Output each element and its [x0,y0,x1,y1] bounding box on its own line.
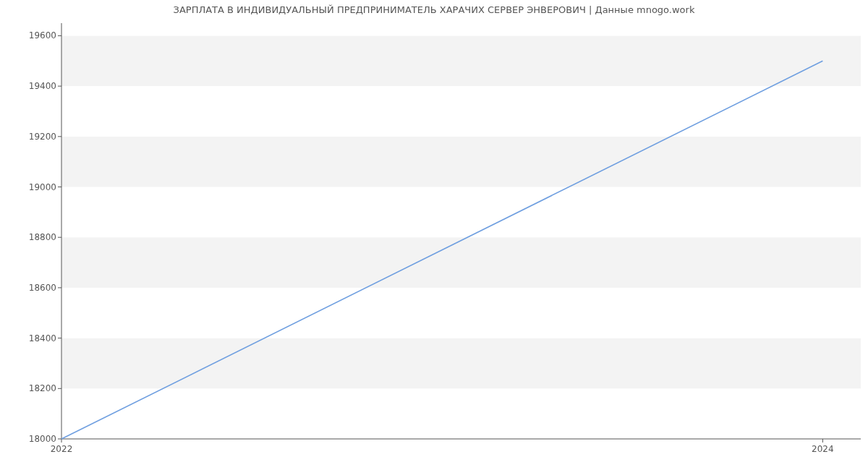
svg-rect-7 [61,35,861,86]
x-tick-label: 2022 [51,444,73,454]
svg-rect-6 [61,86,861,137]
y-tick-marks [58,35,61,439]
svg-rect-3 [61,237,861,288]
y-tick-label: 19000 [6,182,56,192]
svg-rect-4 [61,187,861,238]
svg-rect-1 [61,338,861,389]
plot-area [61,23,861,439]
y-tick-label: 18800 [6,232,56,242]
y-tick-label: 18200 [6,383,56,393]
y-tick-label: 18400 [6,333,56,343]
svg-rect-8 [61,23,861,35]
grid-bands [61,23,861,439]
y-tick-label: 19200 [6,132,56,142]
chart-container: ЗАРПЛАТА В ИНДИВИДУАЛЬНЫЙ ПРЕДПРИНИМАТЕЛ… [0,0,868,470]
y-tick-label: 19400 [6,81,56,91]
x-tick-marks [61,439,822,443]
x-tick-label: 2024 [812,444,834,454]
svg-rect-0 [61,388,861,439]
y-tick-label: 18600 [6,283,56,293]
y-tick-label: 19600 [6,30,56,40]
svg-rect-2 [61,288,861,338]
chart-title: ЗАРПЛАТА В ИНДИВИДУАЛЬНЫЙ ПРЕДПРИНИМАТЕЛ… [0,4,868,15]
svg-rect-5 [61,137,861,187]
y-tick-label: 18000 [6,434,56,444]
